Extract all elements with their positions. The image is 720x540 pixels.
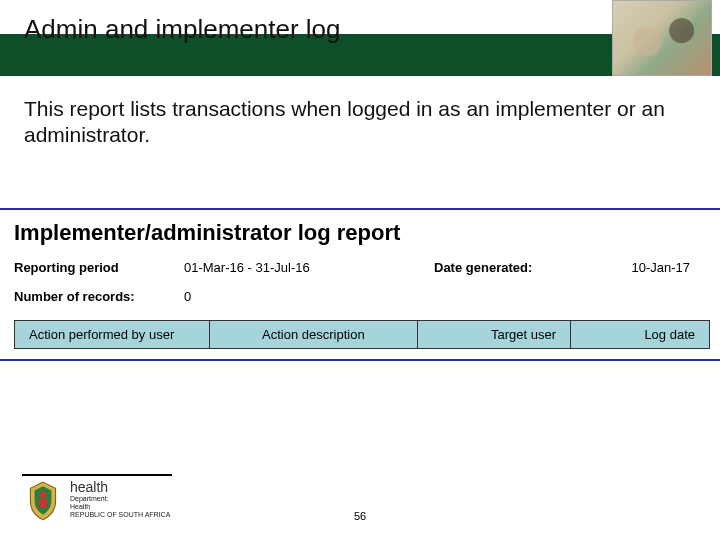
footer-text: health Department: Health REPUBLIC OF SO… — [70, 480, 170, 518]
period-label: Reporting period — [14, 260, 184, 275]
footer-line2: Health — [70, 503, 170, 511]
col-target-user: Target user — [418, 321, 571, 349]
page-number: 56 — [354, 510, 366, 522]
svg-point-0 — [40, 492, 46, 498]
footer-divider — [22, 474, 172, 476]
table-header-row: Action performed by user Action descript… — [15, 321, 710, 349]
meta-row-records: Number of records: 0 — [14, 287, 710, 306]
page-title: Admin and implementer log — [24, 14, 341, 45]
coat-of-arms-icon — [22, 480, 64, 522]
meta-row-period: Reporting period 01-Mar-16 - 31-Jul-16 D… — [14, 258, 710, 277]
footer-line1: Department: — [70, 495, 170, 503]
generated-value: 10-Jan-17 — [584, 260, 710, 275]
generated-label: Date generated: — [434, 260, 584, 275]
intro-text: This report lists transactions when logg… — [24, 96, 696, 149]
footer-dept: health — [70, 480, 170, 495]
col-action-description: Action description — [209, 321, 418, 349]
col-action-by-user: Action performed by user — [15, 321, 210, 349]
slide: Admin and implementer log This report li… — [0, 0, 720, 540]
report-panel: Implementer/administrator log report Rep… — [0, 208, 720, 361]
period-value: 01-Mar-16 - 31-Jul-16 — [184, 260, 434, 275]
records-label: Number of records: — [14, 289, 184, 304]
col-log-date: Log date — [570, 321, 709, 349]
records-value: 0 — [184, 289, 434, 304]
header-photo — [612, 0, 712, 76]
svg-rect-1 — [39, 499, 47, 507]
footer-line3: REPUBLIC OF SOUTH AFRICA — [70, 511, 170, 519]
report-title: Implementer/administrator log report — [14, 210, 710, 258]
log-table: Action performed by user Action descript… — [14, 320, 710, 349]
